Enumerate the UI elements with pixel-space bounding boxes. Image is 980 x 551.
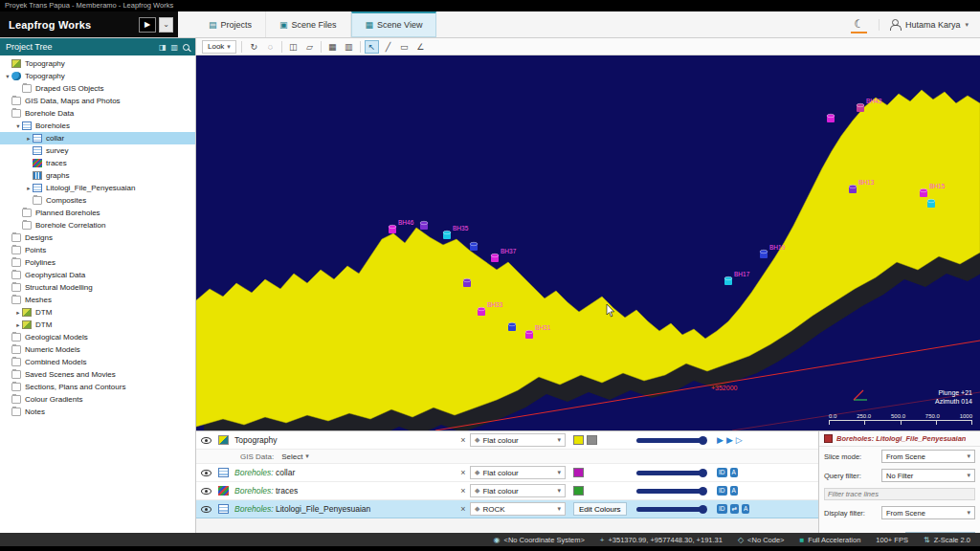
opacity-slider[interactable]: [636, 471, 705, 475]
colour-mode-select[interactable]: ◆Flat colour▾: [470, 466, 566, 479]
layout-panels-icon[interactable]: ▥: [170, 43, 178, 52]
ruler-icon[interactable]: ▭: [397, 40, 412, 54]
look-menu-button[interactable]: Look ▾: [202, 40, 236, 54]
colour-mode-select[interactable]: ◆Flat colour▾: [470, 433, 566, 447]
tree-item-litologi-file-penyesuaian[interactable]: ▸Litologi_File_Penyesuaian: [0, 182, 195, 194]
tree-item-survey[interactable]: survey: [0, 144, 195, 157]
tree-item-graphs[interactable]: graphs: [0, 169, 195, 182]
colour-mode-select[interactable]: ◆Flat colour▾: [470, 484, 566, 497]
tree-item-borehole-data[interactable]: Borehole Data: [0, 107, 195, 120]
remove-layer-icon[interactable]: ×: [457, 504, 470, 514]
tree-item-geological-models[interactable]: Geological Models: [0, 331, 195, 343]
visibility-eye-icon[interactable]: [201, 506, 212, 513]
badge-id[interactable]: ID: [717, 486, 727, 496]
dock-icon[interactable]: ◨: [159, 43, 167, 52]
badge-id[interactable]: ID: [717, 504, 727, 514]
select-arrow-icon[interactable]: ↖: [365, 40, 379, 54]
tree-item-topography[interactable]: Topography: [0, 57, 195, 70]
grid-icon[interactable]: ▦: [325, 40, 340, 54]
tree-item-planned-boreholes[interactable]: Planned Boreholes: [0, 207, 195, 219]
render-movie-icon[interactable]: ▶: [726, 435, 733, 445]
tree-item-dtm[interactable]: ▸DTM: [0, 306, 195, 319]
tab-projects[interactable]: ▤Projects: [195, 11, 266, 37]
measure-icon[interactable]: ∠: [413, 40, 428, 54]
tree-item-colour-gradients[interactable]: Colour Gradients: [0, 393, 195, 406]
tab-scene-view[interactable]: ▦Scene View: [351, 11, 437, 37]
acceleration-status[interactable]: ■ Full Acceleration: [799, 536, 860, 544]
colour-swatch[interactable]: [587, 435, 597, 445]
slice-mode-select[interactable]: From Scene ▾: [881, 450, 975, 463]
tree-item-borehole-correlation[interactable]: Borehole Correlation: [0, 219, 195, 231]
badge-[interactable]: ⇄: [730, 504, 739, 514]
search-icon[interactable]: [183, 44, 189, 51]
opacity-slider[interactable]: [636, 438, 705, 443]
expander-icon[interactable]: ▸: [25, 135, 33, 143]
layer-row-litologi-file-penyesuaian[interactable]: Boreholes: Litologi_File_Penyesuaian×◆RO…: [196, 500, 818, 518]
tree-item-meshes[interactable]: Meshes: [0, 294, 195, 306]
slicer-icon[interactable]: ◫: [286, 40, 301, 54]
tree-item-topography[interactable]: ▾Topography: [0, 70, 195, 82]
badge-a[interactable]: A: [742, 504, 749, 514]
tree-item-numeric-models[interactable]: Numeric Models: [0, 343, 195, 356]
colour-swatch[interactable]: [573, 435, 584, 445]
expander-icon[interactable]: ▾: [14, 122, 22, 130]
tree-item-polylines[interactable]: Polylines: [0, 256, 195, 269]
query-filter-select[interactable]: No Filter ▾: [881, 469, 975, 482]
scene-viewport[interactable]: BH46BH35BH37BH33BH31BH17BH19BH43BH13BH15…: [196, 55, 980, 430]
tree-item-notes[interactable]: Notes: [0, 406, 195, 418]
visibility-eye-icon[interactable]: [201, 488, 212, 495]
tree-item-saved-scenes-and-movies[interactable]: Saved Scenes and Movies: [0, 368, 195, 381]
tree-item-geophysical-data[interactable]: Geophysical Data: [0, 269, 195, 281]
tree-item-boreholes[interactable]: ▾Boreholes: [0, 120, 195, 132]
expander-icon[interactable]: ▸: [25, 185, 33, 192]
layer-row-topography[interactable]: Topography×◆Flat colour▾▶▶▷: [196, 431, 818, 450]
layer-row-traces[interactable]: Boreholes: traces×◆Flat colour▾IDA: [196, 482, 818, 500]
colour-swatch[interactable]: [573, 468, 584, 477]
tree-item-sections-plans-and-contours[interactable]: Sections, Plans and Contours: [0, 381, 195, 393]
badge-a[interactable]: A: [730, 468, 738, 477]
opacity-slider[interactable]: [636, 489, 705, 494]
draw-line-icon[interactable]: ╱: [381, 40, 395, 54]
remove-layer-icon[interactable]: ×: [457, 435, 470, 445]
visibility-eye-icon[interactable]: [201, 470, 212, 476]
expander-icon[interactable]: ▸: [14, 309, 22, 317]
tree-item-designs[interactable]: Designs: [0, 231, 195, 244]
colour-mode-select[interactable]: ◆ROCK▾: [470, 502, 566, 516]
tree-item-composites[interactable]: Composites: [0, 194, 195, 207]
play-menu-icon[interactable]: ▶: [139, 17, 156, 33]
layer-row-collar[interactable]: Boreholes: collar×◆Flat colour▾IDA: [196, 464, 818, 482]
expander-icon[interactable]: ▸: [14, 321, 22, 329]
tree-item-traces[interactable]: traces: [0, 157, 195, 169]
remove-layer-icon[interactable]: ×: [457, 468, 470, 477]
badge-id[interactable]: ID: [717, 468, 727, 477]
expander-icon[interactable]: ▾: [4, 73, 11, 80]
rotate-view-icon[interactable]: ↻: [247, 40, 261, 54]
opacity-slider[interactable]: [636, 507, 705, 512]
tab-scene-files[interactable]: ▣Scene Files: [266, 11, 351, 37]
render-scene-icon[interactable]: ▶: [717, 435, 724, 445]
play-scene-icon[interactable]: ▷: [736, 435, 743, 445]
moving-plane-icon[interactable]: ▱: [302, 40, 317, 54]
tree-item-draped-gis-objects[interactable]: Draped GIS Objects: [0, 82, 195, 95]
menu-chevron-icon[interactable]: ⌄: [159, 17, 173, 33]
coordinate-system-status[interactable]: ◉ <No Coordinate System>: [494, 536, 585, 544]
tree-item-gis-data-maps-and-photos[interactable]: GIS Data, Maps and Photos: [0, 95, 195, 107]
user-menu[interactable]: Hutama Karya ▾: [879, 19, 969, 31]
visibility-eye-icon[interactable]: [201, 437, 212, 444]
layout-icon[interactable]: ▥: [342, 40, 356, 54]
theme-moon-icon[interactable]: ☾: [849, 17, 869, 33]
remove-layer-icon[interactable]: ×: [457, 486, 470, 496]
look-around-icon[interactable]: ◌: [263, 40, 278, 54]
display-filter-select[interactable]: From Scene ▾: [881, 506, 975, 519]
edit-colours-button[interactable]: Edit Colours: [573, 502, 627, 516]
tree-item-dtm[interactable]: ▸DTM: [0, 319, 195, 331]
tree-item-points[interactable]: Points: [0, 244, 195, 256]
zscale-status[interactable]: ⇅ Z-Scale 2.0: [924, 536, 970, 544]
colour-swatch[interactable]: [573, 486, 584, 496]
scene-3d-view[interactable]: BH46BH35BH37BH33BH31BH17BH19BH43BH13BH15: [196, 55, 980, 430]
tree-item-collar[interactable]: ▸collar: [0, 132, 195, 144]
badge-a[interactable]: A: [730, 486, 738, 496]
tree-item-combined-models[interactable]: Combined Models: [0, 356, 195, 368]
tree-item-structural-modelling[interactable]: Structural Modelling: [0, 281, 195, 294]
gis-data-select[interactable]: Select ▾: [281, 452, 309, 461]
